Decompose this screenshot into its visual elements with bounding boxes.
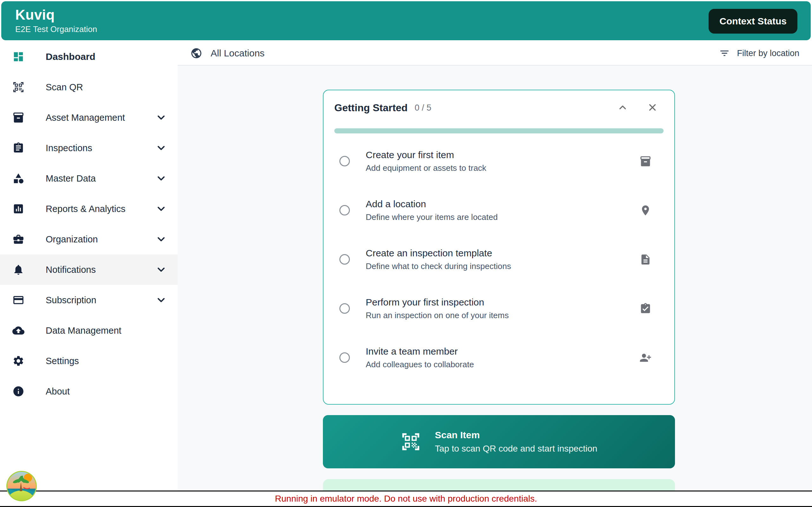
app-window: Kuviq E2E Test Organization Context Stat… xyxy=(0,0,812,507)
archive-box-icon xyxy=(640,155,652,167)
bar-chart-icon xyxy=(12,203,25,215)
gear-icon xyxy=(12,354,25,367)
checklist-item-subtitle: Define where your items are located xyxy=(366,212,498,222)
radio-unchecked-icon[interactable] xyxy=(339,254,350,265)
sidebar-item-label: Reports & Analytics xyxy=(46,204,125,214)
checklist-item-title: Perform your first inspection xyxy=(366,297,509,308)
chevron-down-icon xyxy=(155,173,167,184)
chevron-down-icon xyxy=(155,142,167,154)
progress-bar xyxy=(334,128,664,133)
sidebar-item-label: Data Management xyxy=(46,326,121,336)
sidebar-item-inspections[interactable]: Inspections xyxy=(0,133,177,163)
scan-item-subtitle: Tap to scan QR code and start inspection xyxy=(435,444,597,454)
checklist-item-subtitle: Add equipment or assets to track xyxy=(366,163,486,173)
sidebar-item-label: Inspections xyxy=(46,143,92,153)
checklist-item-title: Create your first item xyxy=(366,150,486,160)
cloud-upload-icon xyxy=(12,324,25,337)
chevron-down-icon xyxy=(155,294,167,306)
close-card-button[interactable] xyxy=(647,102,658,114)
checklist-item-title: Invite a team member xyxy=(366,346,474,357)
radio-unchecked-icon[interactable] xyxy=(339,205,350,216)
radio-unchecked-icon[interactable] xyxy=(339,352,350,363)
checklist-item-title: Create an inspection template xyxy=(366,248,511,259)
sidebar-item-scan-qr[interactable]: Scan QR xyxy=(0,72,177,102)
archive-box-icon xyxy=(12,111,25,124)
radio-unchecked-icon[interactable] xyxy=(339,303,350,314)
shapes-icon xyxy=(12,172,25,185)
sidebar-item-label: Asset Management xyxy=(46,112,125,123)
sidebar-item-label: Notifications xyxy=(46,265,96,275)
sidebar-item-subscription[interactable]: Subscription xyxy=(0,285,177,315)
sidebar: Dashboard Scan QR Asset Management Inspe… xyxy=(0,42,177,507)
checklist-item-subtitle: Run an inspection on one of your items xyxy=(366,311,509,320)
document-icon xyxy=(640,253,652,266)
emulator-banner-text: Running in emulator mode. Do not use wit… xyxy=(275,494,537,504)
getting-started-card: Getting Started 0 / 5 xyxy=(323,90,675,405)
sidebar-item-label: Dashboard xyxy=(46,51,96,62)
location-selector[interactable]: All Locations xyxy=(190,47,264,59)
org-subtitle: E2E Test Organization xyxy=(15,24,97,34)
getting-started-list: Create your first item Add equipment or … xyxy=(334,136,664,382)
close-icon xyxy=(647,102,658,114)
radio-unchecked-icon[interactable] xyxy=(339,156,350,166)
sidebar-item-reports-analytics[interactable]: Reports & Analytics xyxy=(0,193,177,224)
sidebar-item-settings[interactable]: Settings xyxy=(0,346,177,376)
clipboard-icon xyxy=(12,142,25,154)
checklist-item-create-template[interactable]: Create an inspection template Define wha… xyxy=(334,235,664,284)
brand-block: Kuviq E2E Test Organization xyxy=(15,7,97,34)
briefcase-icon xyxy=(12,233,25,245)
island-logo-icon xyxy=(5,469,38,503)
sidebar-item-label: About xyxy=(46,386,70,397)
person-add-icon xyxy=(640,352,652,364)
app-title: Kuviq xyxy=(15,7,97,22)
credit-card-icon xyxy=(12,294,25,306)
sidebar-item-data-management[interactable]: Data Management xyxy=(0,315,177,346)
main-content: Getting Started 0 / 5 xyxy=(177,66,812,507)
sidebar-item-label: Master Data xyxy=(46,173,96,184)
dashboard-icon xyxy=(12,50,25,63)
emulator-banner: Running in emulator mode. Do not use wit… xyxy=(0,491,812,507)
filter-by-location-button[interactable]: Filter by location xyxy=(719,48,799,59)
location-bar: All Locations Filter by location xyxy=(177,42,812,66)
getting-started-progress-count: 0 / 5 xyxy=(415,103,432,113)
collapse-card-button[interactable] xyxy=(617,102,629,114)
location-title: All Locations xyxy=(211,48,264,59)
sidebar-item-asset-management[interactable]: Asset Management xyxy=(0,102,177,133)
sidebar-item-notifications[interactable]: Notifications xyxy=(0,255,177,285)
clipboard-check-icon xyxy=(640,302,652,315)
sidebar-item-dashboard[interactable]: Dashboard xyxy=(0,42,177,72)
chevron-up-icon xyxy=(617,102,628,114)
checklist-item-subtitle: Define what to check during inspections xyxy=(366,262,511,271)
scan-item-title: Scan Item xyxy=(435,430,480,441)
chevron-down-icon xyxy=(155,264,167,275)
getting-started-title: Getting Started xyxy=(334,102,408,114)
sidebar-item-label: Subscription xyxy=(46,295,96,305)
checklist-item-create-first-item[interactable]: Create your first item Add equipment or … xyxy=(334,136,664,186)
sidebar-item-label: Settings xyxy=(46,356,79,366)
scan-item-button[interactable]: Scan Item Tap to scan QR code and start … xyxy=(323,415,675,468)
qr-scanner-icon xyxy=(401,432,421,452)
app-header: Kuviq E2E Test Organization Context Stat… xyxy=(1,1,811,40)
info-icon xyxy=(12,385,25,398)
filter-icon xyxy=(719,48,730,59)
qr-scanner-icon xyxy=(12,81,25,94)
chevron-down-icon xyxy=(155,233,167,245)
location-pin-icon xyxy=(640,205,652,216)
sidebar-item-about[interactable]: About xyxy=(0,376,177,406)
chevron-down-icon xyxy=(155,203,167,215)
filter-label: Filter by location xyxy=(737,49,799,58)
sidebar-item-master-data[interactable]: Master Data xyxy=(0,163,177,193)
bell-icon xyxy=(12,263,25,276)
checklist-item-title: Add a location xyxy=(366,199,498,210)
sidebar-item-label: Organization xyxy=(46,234,98,245)
chevron-down-icon xyxy=(155,112,167,123)
sidebar-item-organization[interactable]: Organization xyxy=(0,224,177,255)
globe-icon xyxy=(190,47,202,59)
checklist-item-subtitle: Add colleagues to collaborate xyxy=(366,360,474,370)
checklist-item-perform-inspection[interactable]: Perform your first inspection Run an ins… xyxy=(334,284,664,333)
context-status-button[interactable]: Context Status xyxy=(709,9,798,34)
sidebar-item-label: Scan QR xyxy=(46,82,83,93)
getting-started-header: Getting Started 0 / 5 xyxy=(334,102,664,114)
checklist-item-invite-team-member[interactable]: Invite a team member Add colleagues to c… xyxy=(334,333,664,382)
checklist-item-add-location[interactable]: Add a location Define where your items a… xyxy=(334,186,664,235)
